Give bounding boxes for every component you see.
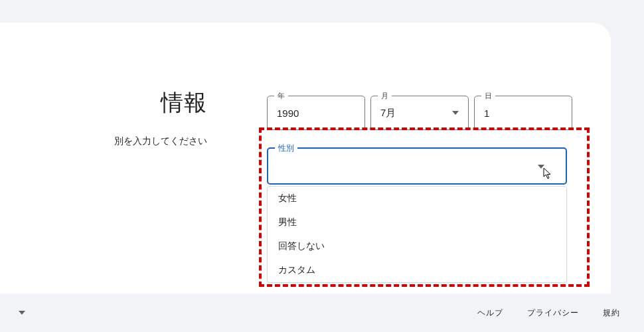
gender-wrap: 性別 女性 男性 回答しない カスタム: [267, 147, 580, 283]
birthdate-row: 年 1990 月 7月 日 1: [267, 96, 580, 130]
month-label: 月: [378, 91, 392, 101]
cursor-icon: [543, 167, 552, 179]
year-label: 年: [274, 91, 288, 101]
year-value: 1990: [277, 108, 299, 119]
gender-label: 性別: [275, 143, 297, 154]
gender-select[interactable]: 性別: [267, 147, 567, 185]
gender-option-noanswer[interactable]: 回答しない: [268, 234, 566, 258]
day-field[interactable]: 日 1: [474, 96, 572, 130]
page-subtitle: 別を入力してください: [0, 135, 240, 147]
help-link[interactable]: ヘルプ: [477, 307, 503, 319]
chevron-down-icon: [452, 111, 459, 115]
month-value: 7月: [380, 107, 396, 120]
page-title: 情報: [0, 88, 240, 118]
left-column: 情報 別を入力してください: [0, 49, 267, 283]
day-label: 日: [481, 91, 495, 101]
content: 情報 別を入力してください 年 1990 月 7月 日 1: [0, 49, 580, 283]
chevron-down-icon: [19, 311, 25, 315]
footer-links: ヘルプ プライバシー 規約: [477, 307, 620, 319]
gender-option-custom[interactable]: カスタム: [268, 258, 566, 282]
gender-dropdown: 女性 男性 回答しない カスタム: [267, 186, 567, 283]
privacy-link[interactable]: プライバシー: [527, 307, 579, 319]
terms-link[interactable]: 規約: [603, 307, 620, 319]
form-column: 年 1990 月 7月 日 1 性別: [267, 49, 580, 283]
footer: ヘルプ プライバシー 規約: [0, 293, 644, 332]
gender-option-male[interactable]: 男性: [268, 210, 566, 234]
language-select[interactable]: [13, 311, 31, 315]
gender-option-female[interactable]: 女性: [268, 187, 566, 210]
day-value: 1: [484, 108, 489, 119]
year-field[interactable]: 年 1990: [267, 96, 365, 130]
card: 情報 別を入力してください 年 1990 月 7月 日 1: [0, 23, 611, 323]
month-field[interactable]: 月 7月: [370, 96, 469, 130]
